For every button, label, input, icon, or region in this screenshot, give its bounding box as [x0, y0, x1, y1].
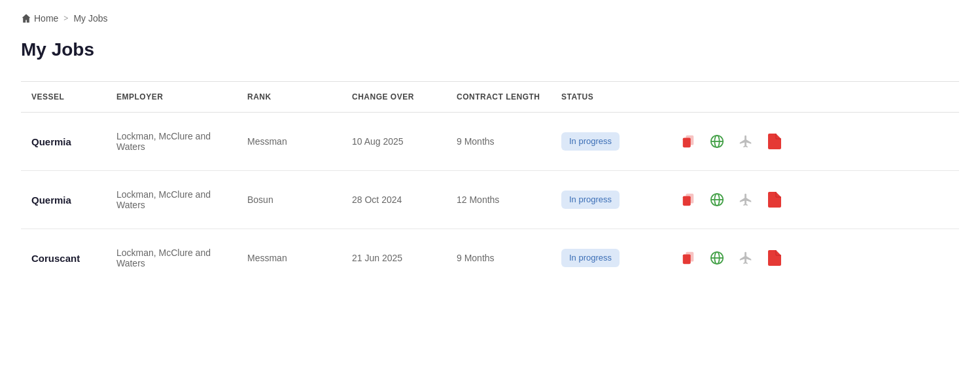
col-header-changeover: CHANGE OVER: [341, 82, 446, 113]
svg-rect-1: [683, 138, 691, 148]
jobs-table-container: VESSEL EMPLOYER RANK CHANGE OVER CONTRAC…: [21, 81, 959, 287]
status-badge: In progress: [561, 191, 620, 210]
vessel-name: Quermia: [31, 136, 71, 147]
globe-button[interactable]: [708, 191, 726, 209]
rank-value: Bosun: [247, 194, 273, 205]
contract-length-value: 12 Months: [457, 194, 499, 205]
col-header-vessel: VESSEL: [21, 82, 106, 113]
col-header-actions: [669, 82, 959, 113]
contract-length-value: 9 Months: [457, 136, 495, 147]
vessel-name: Coruscant: [31, 253, 80, 264]
col-header-rank: RANK: [237, 82, 341, 113]
svg-rect-11: [683, 255, 691, 265]
plane-button[interactable]: [737, 191, 755, 209]
table-row: Coruscant Lockman, McClure and Waters Me…: [21, 229, 959, 287]
rank-value: Messman: [247, 253, 287, 263]
col-header-employer: EMPLOYER: [106, 82, 237, 113]
col-header-contract-length: CONTRACT LENGTH: [446, 82, 551, 113]
status-badge: In progress: [561, 132, 620, 151]
copy-button[interactable]: [679, 191, 697, 209]
copy-button[interactable]: [679, 249, 697, 267]
breadcrumb: Home > My Jobs: [21, 13, 959, 24]
globe-button[interactable]: [708, 249, 726, 267]
status-badge: In progress: [561, 249, 620, 268]
changeover-date: 10 Aug 2025: [352, 136, 404, 147]
document-button[interactable]: [765, 191, 784, 209]
table-header-row: VESSEL EMPLOYER RANK CHANGE OVER CONTRAC…: [21, 82, 959, 113]
breadcrumb-separator: >: [63, 14, 68, 23]
breadcrumb-home-label: Home: [34, 13, 58, 24]
action-icons: [679, 191, 949, 209]
changeover-date: 28 Oct 2024: [352, 194, 402, 205]
table-row: Quermia Lockman, McClure and Waters Bosu…: [21, 171, 959, 229]
contract-length-value: 9 Months: [457, 253, 495, 263]
plane-button[interactable]: [737, 132, 755, 151]
action-icons: [679, 132, 949, 151]
changeover-date: 21 Jun 2025: [352, 253, 402, 263]
rank-value: Messman: [247, 136, 287, 147]
table-row: Quermia Lockman, McClure and Waters Mess…: [21, 113, 959, 171]
globe-button[interactable]: [708, 132, 726, 151]
home-icon: [21, 13, 31, 24]
employer-name: Lockman, McClure and Waters: [116, 189, 211, 210]
employer-name: Lockman, McClure and Waters: [116, 131, 211, 152]
col-header-status: STATUS: [551, 82, 669, 113]
action-icons: [679, 249, 949, 267]
document-button[interactable]: [765, 132, 784, 151]
copy-button[interactable]: [679, 132, 697, 151]
document-button[interactable]: [765, 249, 784, 267]
page-title: My Jobs: [21, 39, 959, 60]
employer-name: Lockman, McClure and Waters: [116, 247, 211, 268]
vessel-name: Quermia: [31, 194, 71, 206]
breadcrumb-home-link[interactable]: Home: [21, 13, 58, 24]
svg-rect-6: [683, 196, 691, 206]
jobs-table: VESSEL EMPLOYER RANK CHANGE OVER CONTRAC…: [21, 82, 959, 287]
breadcrumb-current: My Jobs: [73, 13, 107, 24]
plane-button[interactable]: [737, 249, 755, 267]
